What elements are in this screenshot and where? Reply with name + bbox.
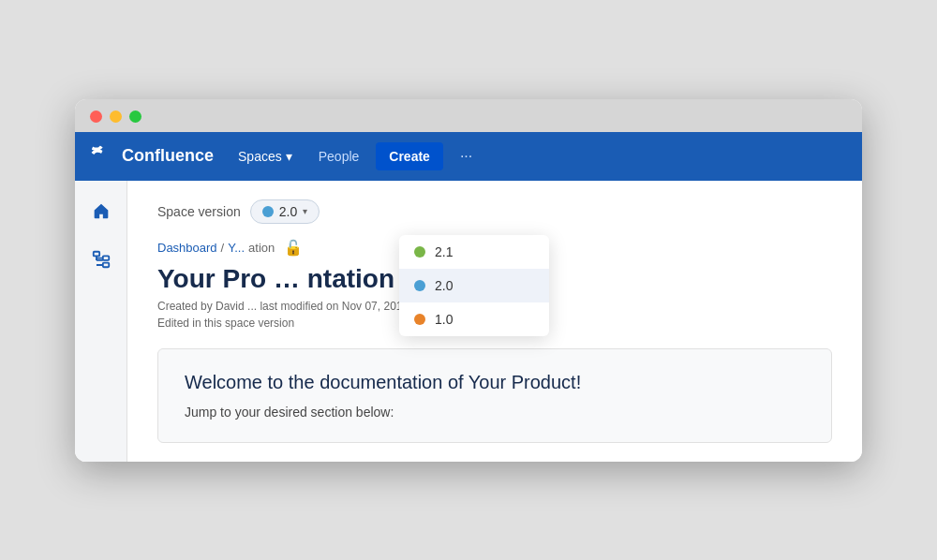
version-label-2-0: 2.0 (435, 278, 453, 293)
page-content: Space version 2.0 ▾ 2.1 2.0 (127, 181, 862, 462)
spaces-chevron-icon: ▾ (286, 149, 292, 164)
title-middle: … (274, 264, 300, 293)
app-body: Confluence Spaces ▾ People Create ··· (75, 132, 862, 462)
version-item-2-1[interactable]: 2.1 (399, 235, 549, 269)
sidebar-tree-icon[interactable] (86, 244, 116, 274)
browser-chrome (75, 99, 862, 132)
spaces-nav-btn[interactable]: Spaces ▾ (229, 143, 302, 169)
sidebar (75, 181, 127, 462)
version-dropdown-menu: 2.1 2.0 1.0 (399, 235, 549, 336)
title-start: Your Pro (157, 264, 266, 293)
maximize-button[interactable] (129, 111, 141, 123)
people-nav-btn[interactable]: People (309, 143, 369, 169)
spaces-label: Spaces (238, 149, 282, 164)
main-area: Space version 2.0 ▾ 2.1 2.0 (75, 181, 862, 462)
topnav: Confluence Spaces ▾ People Create ··· (75, 132, 862, 181)
breadcrumb-separator: / (221, 241, 225, 255)
logo: Confluence (90, 144, 214, 169)
subtitle-text: Jump to your desired section below: (185, 405, 805, 420)
logo-text: Confluence (122, 146, 214, 166)
version-dot-2-0 (414, 280, 425, 291)
space-version-bar: Space version 2.0 ▾ (157, 199, 832, 224)
version-dropdown-button[interactable]: 2.0 ▾ (250, 199, 320, 224)
current-version-text: 2.0 (279, 204, 297, 219)
welcome-text: Welcome to the documentation of Your Pro… (185, 372, 805, 393)
browser-window: Confluence Spaces ▾ People Create ··· (75, 99, 862, 462)
version-dot-2-1 (414, 246, 425, 258)
confluence-logo-icon (90, 144, 114, 169)
page-title: Your Pro … ntation (157, 264, 394, 294)
version-dot-1-0 (414, 314, 425, 325)
space-version-label: Space version (157, 204, 241, 219)
version-item-2-0[interactable]: 2.0 (399, 269, 549, 302)
svg-rect-1 (102, 256, 108, 260)
content-box: Welcome to the documentation of Your Pro… (157, 348, 832, 443)
svg-rect-2 (102, 262, 108, 267)
close-button[interactable] (90, 111, 102, 123)
lock-icon: 🔓 (284, 239, 303, 257)
breadcrumb-current: ation (248, 241, 275, 255)
current-version-dot (262, 206, 274, 217)
more-button[interactable]: ··· (451, 142, 482, 170)
version-label-1-0: 1.0 (435, 312, 453, 327)
breadcrumb-dashboard[interactable]: Dashboard (157, 241, 217, 255)
sidebar-home-icon[interactable] (86, 196, 116, 226)
svg-rect-0 (93, 251, 98, 256)
minimize-button[interactable] (110, 111, 122, 123)
create-button[interactable]: Create (376, 142, 443, 170)
version-chevron-icon: ▾ (303, 206, 307, 216)
title-end: ntation (307, 264, 394, 293)
people-label: People (319, 149, 360, 164)
breadcrumb-middle: Y... (228, 241, 245, 255)
version-item-1-0[interactable]: 1.0 (399, 302, 549, 336)
version-label-2-1: 2.1 (435, 244, 453, 259)
